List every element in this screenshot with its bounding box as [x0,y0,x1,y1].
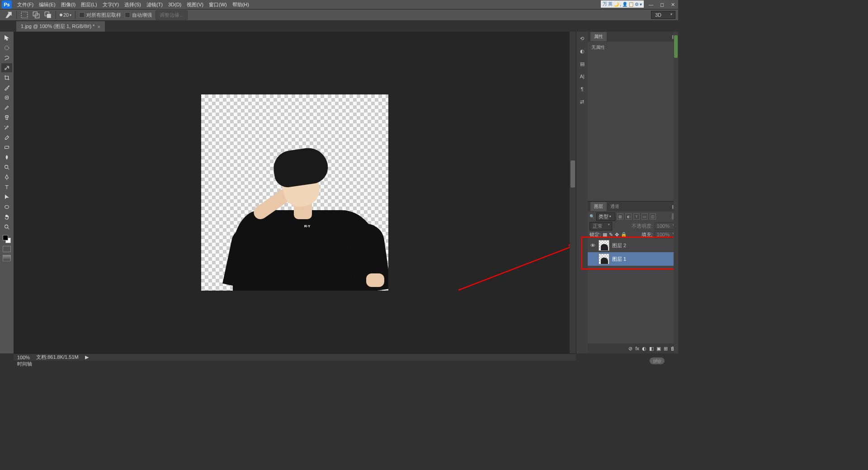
dodge-tool[interactable] [1,163,12,172]
screen-mode-toggle[interactable] [3,255,11,261]
properties-tab[interactable]: 属性 [590,32,607,41]
brush-size-picker[interactable]: 20 ▾ [60,12,71,18]
clone-stamp-tool[interactable] [1,113,12,122]
link-layers-icon[interactable]: ⊘ [628,346,632,352]
document-canvas[interactable]: R·Y [201,94,388,291]
subtract-selection-icon[interactable] [44,11,52,19]
layer-row[interactable]: 图层 1 [588,252,678,266]
filter-smart-icon[interactable]: ◫ [650,213,656,220]
document-tab[interactable]: 1.jpg @ 100% (图层 1, RGB/8#) * × [16,21,105,32]
auto-enhance-label: 自动增强 [132,12,152,19]
history-brush-tool[interactable] [1,123,12,132]
ime-indicator[interactable]: 万 英 🌙 , 👤 📋 ⚙ ▾ [601,0,644,8]
color-swatch[interactable] [3,235,11,243]
lock-pixels-icon[interactable]: ▦ [603,232,607,238]
layer-thumbnail[interactable] [599,240,609,251]
adjustments-panel-icon[interactable]: ◐ [578,47,586,55]
blur-tool[interactable] [1,153,12,162]
adjustment-layer-icon[interactable]: ◧ [649,346,654,352]
gradient-tool[interactable] [1,143,12,152]
refine-edge-button: 调整边缘... [156,10,188,20]
menu-type[interactable]: 文字(Y) [100,0,122,9]
checkbox-icon [125,12,130,18]
blend-mode-select[interactable]: 正常 [590,222,612,230]
canvas-scrollbar[interactable] [570,32,576,353]
document-info[interactable]: 文档:861.8K/1.51M [36,354,79,361]
collapsed-panel-strip: ⟲ ◐ ▤ A| ¶ ⇄ [576,32,588,353]
channels-tab[interactable]: 通道 [607,202,623,211]
layers-panel: 图层 通道 ▤ 🔍 类型▾ ▧ ◐ T ▭ ◫ 正常 不透明度: [588,202,678,353]
layer-lock-row: 锁定: ▦ ✎ ✥ 🔒 填充: 100% [588,230,678,239]
window-maximize-button[interactable]: ◻ [656,0,667,9]
menu-image[interactable]: 图像(I) [58,0,78,9]
ime-part: 英 [608,1,613,7]
quick-mask-toggle[interactable] [3,246,11,252]
history-panel-icon[interactable]: ⟲ [578,34,586,42]
filter-type-select[interactable]: 类型▾ [596,212,615,221]
layer-name[interactable]: 图层 1 [612,256,626,263]
menu-3d[interactable]: 3D(D) [165,0,184,9]
foreground-color[interactable] [3,235,8,240]
layer-row[interactable]: 👁 图层 2 [588,239,678,252]
visibility-toggle[interactable]: 👁 [590,243,596,248]
lock-position-icon[interactable]: ✎ [609,232,613,238]
brush-dot-icon [60,14,62,16]
type-tool[interactable] [1,183,12,192]
new-layer-icon[interactable]: ⊞ [664,346,668,352]
tool-preset-icon[interactable] [5,11,13,19]
swap-panel-icon[interactable]: ⇄ [578,98,586,106]
canvas-area[interactable]: R·Y [14,32,576,353]
timeline-bar[interactable]: 时间轴 [14,361,576,367]
layer-thumbnail[interactable] [599,254,609,264]
add-selection-icon[interactable] [32,11,40,19]
eyedropper-tool[interactable] [1,83,12,92]
new-selection-icon[interactable] [20,11,28,19]
sample-all-layers-checkbox[interactable]: 对所有图层取样 [79,12,121,19]
menu-window[interactable]: 窗口(W) [206,0,230,9]
layer-group-icon[interactable]: ▣ [656,346,661,352]
window-minimize-button[interactable]: — [646,0,656,9]
hand-tool[interactable] [1,212,12,221]
status-arrow-icon[interactable]: ▶ [85,354,89,360]
lock-icon[interactable]: 🔒 [621,232,627,238]
close-tab-icon[interactable]: × [97,24,100,29]
layer-mask-icon[interactable]: ◐ [642,346,646,352]
layer-name[interactable]: 图层 2 [612,242,626,249]
zoom-tool[interactable] [1,222,12,231]
zoom-level[interactable]: 100% [17,355,30,360]
menu-view[interactable]: 视图(V) [184,0,206,9]
menu-edit[interactable]: 编辑(E) [36,0,58,9]
window-close-button[interactable]: ✕ [667,0,678,9]
menu-select[interactable]: 选择(S) [122,0,144,9]
filter-shape-icon[interactable]: ▭ [642,213,648,220]
layer-fx-icon[interactable]: fx [635,346,639,351]
menu-filter[interactable]: 滤镜(T) [144,0,165,9]
filter-adjust-icon[interactable]: ◐ [625,213,632,220]
paragraph-panel-icon[interactable]: ¶ [578,85,586,93]
dock-scrollbar[interactable] [674,32,678,353]
healing-brush-tool[interactable] [1,93,12,102]
marquee-tool[interactable] [1,43,12,52]
auto-enhance-checkbox[interactable]: 自动增强 [125,12,152,19]
crop-tool[interactable] [1,73,12,82]
opacity-input[interactable]: 100% [655,222,676,230]
lock-all-icon[interactable]: ✥ [615,232,619,238]
shape-tool[interactable] [1,202,12,212]
quick-selection-tool[interactable] [1,63,12,72]
eraser-tool[interactable] [1,133,12,142]
workspace-switcher[interactable]: 3D [651,11,675,19]
path-selection-tool[interactable] [1,193,12,202]
filter-type-icon[interactable]: T [633,213,640,220]
menu-help[interactable]: 帮助(H) [230,0,252,9]
fill-input[interactable]: 100% [655,231,676,238]
pen-tool[interactable] [1,173,12,182]
styles-panel-icon[interactable]: ▤ [578,60,586,68]
brush-tool[interactable] [1,103,12,112]
layers-tab[interactable]: 图层 [590,202,607,211]
move-tool[interactable] [1,33,12,42]
character-panel-icon[interactable]: A| [578,72,586,80]
menu-file[interactable]: 文件(F) [14,0,36,9]
lasso-tool[interactable] [1,53,12,62]
filter-pixel-icon[interactable]: ▧ [617,213,623,220]
menu-layer[interactable]: 图层(L) [78,0,99,9]
